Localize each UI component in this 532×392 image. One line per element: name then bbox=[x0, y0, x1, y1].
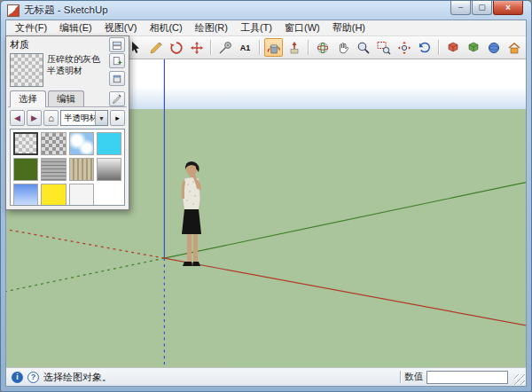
collection-value: 半透明材质 bbox=[61, 113, 95, 124]
resize-grip[interactable] bbox=[514, 374, 525, 385]
material-side-buttons bbox=[109, 53, 125, 87]
menu-view[interactable]: 视图(V) bbox=[98, 20, 144, 35]
minimize-icon: – bbox=[458, 4, 463, 12]
material-swatch-1[interactable] bbox=[13, 132, 38, 155]
menubar: 文件(F)编辑(E)视图(V)相机(C)绘图(R)工具(T)窗口(W)帮助(H) bbox=[6, 20, 526, 36]
material-swatch-grid bbox=[10, 129, 125, 206]
materials-panel-header[interactable]: 材质 bbox=[8, 38, 127, 51]
menu-file[interactable]: 文件(F) bbox=[9, 20, 53, 35]
create-material-button[interactable] bbox=[109, 53, 125, 68]
statusbar-divider bbox=[400, 371, 401, 383]
pan-tool[interactable] bbox=[333, 38, 352, 57]
paint-bucket-tool[interactable] bbox=[264, 38, 283, 57]
toolbar-separator bbox=[210, 40, 211, 55]
material-swatch-7[interactable] bbox=[69, 158, 94, 181]
collection-options-button[interactable]: ▸ bbox=[110, 110, 125, 126]
sample-paint-button[interactable] bbox=[109, 91, 125, 106]
material-swatch-5[interactable] bbox=[13, 158, 38, 181]
tab-edit[interactable]: 编辑 bbox=[48, 90, 84, 106]
shadows-tool[interactable] bbox=[505, 38, 523, 57]
secondary-pane-button[interactable] bbox=[109, 37, 125, 52]
menu-draw[interactable]: 绘图(R) bbox=[189, 20, 234, 35]
status-info-icon[interactable]: i bbox=[12, 372, 23, 383]
status-message: 选择绘图对象。 bbox=[43, 371, 112, 384]
create-material-icon bbox=[112, 56, 122, 67]
material-swatch-4[interactable] bbox=[97, 132, 121, 155]
toolbar-separator bbox=[259, 40, 260, 55]
close-button[interactable]: × bbox=[493, 1, 523, 15]
current-material-row: 压碎纹的灰色半透明材 bbox=[8, 51, 127, 89]
menu-edit[interactable]: 编辑(E) bbox=[53, 20, 98, 35]
set-default-material-button[interactable] bbox=[109, 71, 125, 86]
material-swatch-10[interactable] bbox=[41, 184, 66, 206]
zoom-tool[interactable] bbox=[354, 38, 372, 57]
rotate-tool[interactable] bbox=[167, 38, 185, 57]
toolbar-separator bbox=[308, 40, 309, 55]
current-material-preview bbox=[10, 53, 43, 87]
material-collection-dropdown[interactable]: 半透明材质 ▼ bbox=[60, 110, 108, 126]
toolbar-separator bbox=[438, 40, 439, 55]
eyedropper-icon bbox=[112, 94, 122, 105]
material-swatch-11[interactable] bbox=[69, 184, 94, 206]
tab-select[interactable]: 选择 bbox=[10, 90, 46, 107]
materials-tabs: 选择 编辑 bbox=[8, 89, 127, 107]
secondary-pane-icon bbox=[112, 40, 122, 51]
zoom-extents-tool[interactable] bbox=[395, 38, 413, 57]
default-material-icon bbox=[112, 74, 122, 84]
maximize-button[interactable]: ▢ bbox=[472, 1, 492, 15]
previous-view-tool[interactable] bbox=[415, 38, 434, 57]
status-help-icon[interactable]: ? bbox=[27, 372, 39, 383]
collections-home-button[interactable]: ⌂ bbox=[43, 110, 59, 126]
measurement-input[interactable] bbox=[426, 371, 508, 384]
menu-camera[interactable]: 相机(C) bbox=[143, 20, 188, 35]
statusbar: i ? 选择绘图对象。 数值 bbox=[6, 367, 526, 386]
material-swatch-3[interactable] bbox=[69, 132, 94, 155]
maximize-icon: ▢ bbox=[478, 4, 486, 12]
window-title: 无标题 - SketchUp bbox=[24, 4, 108, 17]
back-button[interactable]: ◀ bbox=[10, 110, 25, 126]
model-info-tool[interactable] bbox=[443, 38, 462, 57]
line-tool[interactable] bbox=[146, 38, 165, 57]
zoom-window-tool[interactable] bbox=[374, 38, 393, 57]
dropdown-arrow-icon[interactable]: ▼ bbox=[95, 111, 107, 125]
measurement-label: 数值 bbox=[404, 371, 423, 383]
tape-measure-tool[interactable] bbox=[215, 38, 234, 57]
orbit-tool[interactable] bbox=[313, 38, 332, 57]
minimize-button[interactable]: – bbox=[450, 1, 471, 15]
person-figure[interactable] bbox=[171, 160, 215, 270]
titlebar[interactable]: 无标题 - SketchUp – ▢ × bbox=[1, 1, 531, 20]
materials-panel[interactable]: 材质 压碎纹的灰色半透明材 选择 编辑 ◀ bbox=[5, 35, 129, 210]
sketchup-window: 无标题 - SketchUp – ▢ × 文件(F)编辑(E)视图(V)相机(C… bbox=[0, 0, 532, 392]
forward-button[interactable]: ▶ bbox=[27, 110, 42, 126]
menu-help[interactable]: 帮助(H) bbox=[326, 20, 372, 35]
material-swatch-2[interactable] bbox=[41, 132, 66, 155]
current-material-name: 压碎纹的灰色半透明材 bbox=[47, 53, 106, 87]
material-swatch-9[interactable] bbox=[13, 184, 38, 206]
window-controls: – ▢ × bbox=[450, 1, 523, 15]
move-tool[interactable] bbox=[187, 38, 206, 57]
materials-panel-title: 材质 bbox=[10, 38, 109, 51]
styles-tool[interactable] bbox=[484, 38, 503, 57]
menu-window[interactable]: 窗口(W) bbox=[278, 20, 326, 35]
text-tool[interactable]: A1 bbox=[236, 38, 254, 57]
close-icon: × bbox=[505, 4, 511, 12]
materials-nav: ◀ ▶ ⌂ 半透明材质 ▼ ▸ bbox=[8, 107, 127, 129]
sketchup-logo-icon bbox=[7, 4, 20, 17]
material-swatch-8[interactable] bbox=[97, 158, 121, 181]
menu-tools[interactable]: 工具(T) bbox=[234, 20, 278, 35]
components-tool[interactable] bbox=[464, 38, 482, 57]
pushpull-tool[interactable] bbox=[285, 38, 303, 57]
measurement-area: 数值 bbox=[400, 371, 520, 384]
material-swatch-6[interactable] bbox=[41, 158, 66, 181]
